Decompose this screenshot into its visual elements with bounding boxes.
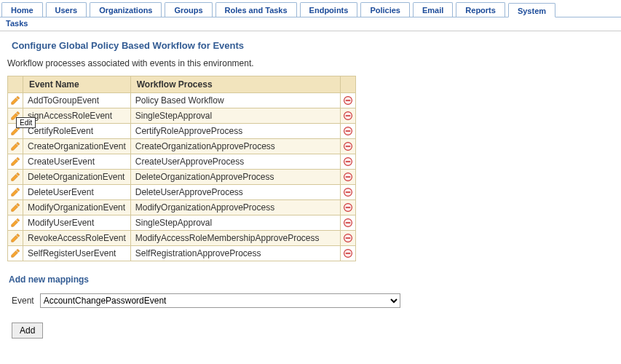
table-row: SelfRegisterUserEventSelfRegistrationApp… <box>8 246 356 261</box>
tab-groups[interactable]: Groups <box>165 2 212 17</box>
remove-icon <box>343 248 353 258</box>
delete-row-button[interactable] <box>340 231 355 246</box>
tab-roles-tasks[interactable]: Roles and Tasks <box>215 2 297 17</box>
svg-rect-21 <box>346 253 350 254</box>
workflow-process-cell: CreateOrganizationApproveProcess <box>130 139 340 154</box>
table-row: DeleteOrganizationEventDeleteOrganizatio… <box>8 170 356 185</box>
pencil-icon <box>10 187 20 197</box>
page-desc: Workflow processes associated with event… <box>7 58 614 68</box>
event-name-cell: SelfRegisterUserEvent <box>23 246 131 261</box>
event-name-cell: signAccessRoleEvent <box>23 108 131 124</box>
edit-row-button[interactable] <box>8 200 23 215</box>
table-row: ModifyUserEventSingleStepApproval <box>8 215 356 231</box>
event-name-cell: ModifyOrganizationEvent <box>23 200 131 215</box>
pencil-icon <box>10 172 20 182</box>
delete-row-button[interactable] <box>340 185 355 200</box>
workflow-process-cell: CreateUserApproveProcess <box>130 154 340 170</box>
svg-rect-7 <box>346 146 350 147</box>
event-name-cell: AddToGroupEvent <box>23 93 131 108</box>
event-name-cell: DeleteOrganizationEvent <box>23 170 131 185</box>
edit-row-button[interactable] <box>8 93 23 108</box>
edit-row-button[interactable] <box>8 185 23 200</box>
delete-row-button[interactable] <box>340 93 355 108</box>
delete-row-button[interactable] <box>340 170 355 185</box>
workflow-process-cell: Policy Based Workflow <box>130 93 340 108</box>
remove-icon <box>343 141 353 151</box>
workflow-process-cell: ModifyOrganizationApproveProcess <box>130 200 340 215</box>
table-row: CreateOrganizationEventCreateOrganizatio… <box>8 139 356 154</box>
svg-rect-9 <box>346 161 350 162</box>
event-name-cell: CreateUserEvent <box>23 154 131 170</box>
edit-row-button[interactable] <box>8 139 23 154</box>
event-name-cell: CertifyRoleEvent <box>23 124 131 139</box>
event-label: Event <box>12 296 34 306</box>
remove-icon <box>343 218 353 228</box>
remove-icon <box>343 187 353 197</box>
tab-organizations[interactable]: Organizations <box>90 2 162 17</box>
table-row: CertifyRoleEventCertifyRoleApproveProces… <box>8 124 356 139</box>
table-row: DeleteUserEventDeleteUserApproveProcess <box>8 185 356 200</box>
tab-email[interactable]: Email <box>413 2 453 17</box>
add-button[interactable]: Add <box>12 323 43 339</box>
event-name-cell: CreateOrganizationEvent <box>23 139 131 154</box>
delete-row-button[interactable] <box>340 139 355 154</box>
workflow-process-cell: SingleStepApproval <box>130 215 340 231</box>
remove-icon <box>343 95 353 106</box>
svg-rect-17 <box>346 222 350 223</box>
pencil-icon <box>10 248 20 258</box>
edit-row-button[interactable] <box>8 154 23 170</box>
add-mapping-form: Event AccountChangePasswordEvent <box>12 293 614 308</box>
col-event-name: Event Name <box>23 76 131 93</box>
remove-icon <box>343 126 353 136</box>
workflow-process-cell: ModifyAccessRoleMembershipApproveProcess <box>130 231 340 246</box>
tab-endpoints[interactable]: Endpoints <box>300 2 358 17</box>
pencil-icon <box>10 141 20 151</box>
edit-row-button[interactable] <box>8 246 23 261</box>
svg-rect-19 <box>346 237 350 239</box>
table-row: signAccessRoleEventSingleStepApproval <box>8 108 356 124</box>
table-row: ModifyOrganizationEventModifyOrganizatio… <box>8 200 356 215</box>
svg-rect-13 <box>346 191 350 193</box>
col-workflow-process: Workflow Process <box>130 76 340 93</box>
delete-row-button[interactable] <box>340 200 355 215</box>
edit-tooltip: Edit <box>16 117 36 128</box>
remove-icon <box>343 172 353 182</box>
tab-reports[interactable]: Reports <box>456 2 505 17</box>
delete-row-button[interactable] <box>340 215 355 231</box>
svg-rect-15 <box>346 207 350 208</box>
remove-icon <box>343 111 353 121</box>
nav-tabs: Home Users Organizations Groups Roles an… <box>0 0 621 17</box>
workflow-process-cell: DeleteUserApproveProcess <box>130 185 340 200</box>
tab-users[interactable]: Users <box>46 2 87 17</box>
subnav-tasks[interactable]: Tasks <box>0 17 621 31</box>
edit-row-button[interactable] <box>8 231 23 246</box>
table-row: RevokeAccessRoleEventModifyAccessRoleMem… <box>8 231 356 246</box>
table-row: CreateUserEventCreateUserApproveProcess <box>8 154 356 170</box>
pencil-icon <box>10 202 20 213</box>
pencil-icon <box>10 233 20 243</box>
remove-icon <box>343 157 353 167</box>
delete-row-button[interactable] <box>340 108 355 124</box>
tab-policies[interactable]: Policies <box>360 2 410 17</box>
tab-system[interactable]: System <box>508 3 555 17</box>
table-row: AddToGroupEventPolicy Based Workflow <box>8 93 356 108</box>
event-name-cell: ModifyUserEvent <box>23 215 131 231</box>
page-title: Configure Global Policy Based Workflow f… <box>12 40 614 51</box>
svg-rect-1 <box>346 100 350 101</box>
delete-row-button[interactable] <box>340 246 355 261</box>
delete-row-button[interactable] <box>340 154 355 170</box>
svg-rect-5 <box>346 130 350 132</box>
edit-row-button[interactable] <box>8 170 23 185</box>
remove-icon <box>343 202 353 213</box>
svg-rect-11 <box>346 176 350 178</box>
event-select[interactable]: AccountChangePasswordEvent <box>40 293 400 308</box>
tab-home[interactable]: Home <box>1 2 43 17</box>
content-area: Configure Global Policy Based Workflow f… <box>0 31 621 344</box>
delete-row-button[interactable] <box>340 124 355 139</box>
col-delete <box>340 76 355 93</box>
edit-row-button[interactable] <box>8 215 23 231</box>
workflow-process-cell: DeleteOrganizationApproveProcess <box>130 170 340 185</box>
pencil-icon <box>10 218 20 228</box>
event-name-cell: RevokeAccessRoleEvent <box>23 231 131 246</box>
remove-icon <box>343 233 353 243</box>
